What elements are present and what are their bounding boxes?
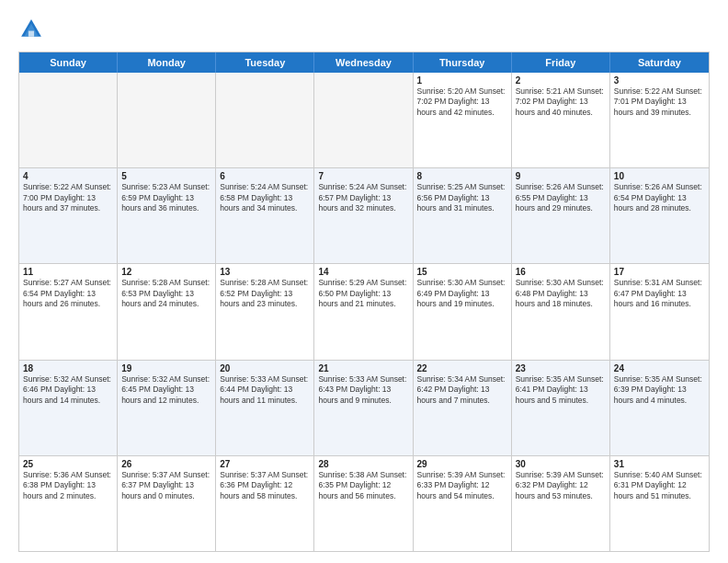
day-cell-9: 9Sunrise: 5:26 AM Sunset: 6:55 PM Daylig… bbox=[512, 168, 610, 263]
day-number: 23 bbox=[516, 363, 606, 373]
day-cell-22: 22Sunrise: 5:34 AM Sunset: 6:42 PM Dayli… bbox=[414, 361, 512, 455]
header-day-wednesday: Wednesday bbox=[314, 52, 413, 73]
day-number: 24 bbox=[614, 363, 705, 373]
day-number: 11 bbox=[23, 267, 113, 277]
day-number: 25 bbox=[23, 459, 113, 469]
day-cell-7: 7Sunrise: 5:24 AM Sunset: 6:57 PM Daylig… bbox=[314, 168, 413, 263]
day-cell-11: 11Sunrise: 5:27 AM Sunset: 6:54 PM Dayli… bbox=[19, 264, 118, 359]
day-info: Sunrise: 5:33 AM Sunset: 6:43 PM Dayligh… bbox=[318, 374, 408, 406]
day-info: Sunrise: 5:32 AM Sunset: 6:46 PM Dayligh… bbox=[23, 374, 113, 406]
day-cell-23: 23Sunrise: 5:35 AM Sunset: 6:41 PM Dayli… bbox=[512, 361, 610, 455]
empty-cell bbox=[314, 73, 413, 167]
day-number: 17 bbox=[614, 267, 705, 277]
day-info: Sunrise: 5:21 AM Sunset: 7:02 PM Dayligh… bbox=[516, 86, 606, 118]
day-info: Sunrise: 5:40 AM Sunset: 6:31 PM Dayligh… bbox=[614, 470, 705, 501]
day-cell-21: 21Sunrise: 5:33 AM Sunset: 6:43 PM Dayli… bbox=[314, 361, 413, 455]
header-day-saturday: Saturday bbox=[610, 52, 709, 73]
day-info: Sunrise: 5:32 AM Sunset: 6:45 PM Dayligh… bbox=[121, 374, 211, 406]
day-cell-6: 6Sunrise: 5:24 AM Sunset: 6:58 PM Daylig… bbox=[216, 168, 314, 263]
day-info: Sunrise: 5:20 AM Sunset: 7:02 PM Dayligh… bbox=[417, 86, 507, 118]
day-info: Sunrise: 5:27 AM Sunset: 6:54 PM Dayligh… bbox=[23, 278, 113, 309]
day-number: 28 bbox=[318, 459, 408, 469]
day-cell-13: 13Sunrise: 5:28 AM Sunset: 6:52 PM Dayli… bbox=[216, 264, 314, 359]
day-number: 16 bbox=[516, 267, 606, 277]
calendar-row-5: 25Sunrise: 5:36 AM Sunset: 6:38 PM Dayli… bbox=[19, 456, 709, 551]
logo-icon bbox=[18, 17, 44, 42]
day-cell-29: 29Sunrise: 5:39 AM Sunset: 6:33 PM Dayli… bbox=[414, 456, 512, 551]
day-cell-27: 27Sunrise: 5:37 AM Sunset: 6:36 PM Dayli… bbox=[216, 456, 314, 551]
day-info: Sunrise: 5:25 AM Sunset: 6:56 PM Dayligh… bbox=[417, 182, 507, 213]
day-cell-14: 14Sunrise: 5:29 AM Sunset: 6:50 PM Dayli… bbox=[314, 264, 413, 359]
day-cell-20: 20Sunrise: 5:33 AM Sunset: 6:44 PM Dayli… bbox=[216, 361, 314, 455]
day-cell-12: 12Sunrise: 5:28 AM Sunset: 6:53 PM Dayli… bbox=[118, 264, 216, 359]
day-info: Sunrise: 5:35 AM Sunset: 6:41 PM Dayligh… bbox=[516, 374, 606, 406]
day-info: Sunrise: 5:33 AM Sunset: 6:44 PM Dayligh… bbox=[220, 374, 310, 406]
day-number: 22 bbox=[417, 363, 507, 373]
day-cell-1: 1Sunrise: 5:20 AM Sunset: 7:02 PM Daylig… bbox=[414, 73, 512, 167]
svg-rect-2 bbox=[28, 31, 34, 37]
day-number: 7 bbox=[318, 171, 408, 181]
day-cell-4: 4Sunrise: 5:22 AM Sunset: 7:00 PM Daylig… bbox=[19, 168, 118, 263]
day-number: 8 bbox=[417, 171, 507, 181]
day-cell-17: 17Sunrise: 5:31 AM Sunset: 6:47 PM Dayli… bbox=[610, 264, 709, 359]
day-number: 5 bbox=[121, 171, 211, 181]
day-number: 29 bbox=[417, 459, 507, 469]
day-info: Sunrise: 5:30 AM Sunset: 6:48 PM Dayligh… bbox=[516, 278, 606, 309]
day-info: Sunrise: 5:28 AM Sunset: 6:52 PM Dayligh… bbox=[220, 278, 310, 309]
day-cell-3: 3Sunrise: 5:22 AM Sunset: 7:01 PM Daylig… bbox=[610, 73, 709, 167]
day-number: 13 bbox=[220, 267, 310, 277]
day-info: Sunrise: 5:23 AM Sunset: 6:59 PM Dayligh… bbox=[121, 182, 211, 213]
day-number: 2 bbox=[516, 75, 606, 86]
day-cell-25: 25Sunrise: 5:36 AM Sunset: 6:38 PM Dayli… bbox=[19, 456, 118, 551]
header-day-monday: Monday bbox=[118, 52, 216, 73]
day-number: 30 bbox=[516, 459, 606, 469]
day-number: 6 bbox=[220, 171, 310, 181]
day-info: Sunrise: 5:22 AM Sunset: 7:01 PM Dayligh… bbox=[614, 86, 705, 118]
day-info: Sunrise: 5:39 AM Sunset: 6:32 PM Dayligh… bbox=[516, 470, 606, 501]
page-header bbox=[18, 17, 710, 42]
day-number: 9 bbox=[516, 171, 606, 181]
day-info: Sunrise: 5:31 AM Sunset: 6:47 PM Dayligh… bbox=[614, 278, 705, 309]
day-cell-10: 10Sunrise: 5:26 AM Sunset: 6:54 PM Dayli… bbox=[610, 168, 709, 263]
day-number: 10 bbox=[614, 171, 705, 181]
day-info: Sunrise: 5:26 AM Sunset: 6:55 PM Dayligh… bbox=[516, 182, 606, 213]
day-number: 21 bbox=[318, 363, 408, 373]
day-cell-24: 24Sunrise: 5:35 AM Sunset: 6:39 PM Dayli… bbox=[610, 361, 709, 455]
empty-cell bbox=[118, 73, 216, 167]
calendar-row-2: 4Sunrise: 5:22 AM Sunset: 7:00 PM Daylig… bbox=[19, 168, 709, 264]
day-cell-31: 31Sunrise: 5:40 AM Sunset: 6:31 PM Dayli… bbox=[610, 456, 709, 551]
empty-cell bbox=[216, 73, 314, 167]
day-number: 14 bbox=[318, 267, 408, 277]
day-number: 27 bbox=[220, 459, 310, 469]
day-cell-5: 5Sunrise: 5:23 AM Sunset: 6:59 PM Daylig… bbox=[118, 168, 216, 263]
day-cell-30: 30Sunrise: 5:39 AM Sunset: 6:32 PM Dayli… bbox=[512, 456, 610, 551]
day-cell-28: 28Sunrise: 5:38 AM Sunset: 6:35 PM Dayli… bbox=[314, 456, 413, 551]
header-day-thursday: Thursday bbox=[414, 52, 512, 73]
day-number: 19 bbox=[121, 363, 211, 373]
logo bbox=[18, 17, 48, 42]
calendar-header: SundayMondayTuesdayWednesdayThursdayFrid… bbox=[19, 52, 709, 73]
day-cell-2: 2Sunrise: 5:21 AM Sunset: 7:02 PM Daylig… bbox=[512, 73, 610, 167]
day-number: 18 bbox=[23, 363, 113, 373]
day-info: Sunrise: 5:37 AM Sunset: 6:36 PM Dayligh… bbox=[220, 470, 310, 501]
day-number: 15 bbox=[417, 267, 507, 277]
day-info: Sunrise: 5:29 AM Sunset: 6:50 PM Dayligh… bbox=[318, 278, 408, 309]
day-cell-16: 16Sunrise: 5:30 AM Sunset: 6:48 PM Dayli… bbox=[512, 264, 610, 359]
header-day-sunday: Sunday bbox=[19, 52, 118, 73]
calendar-row-3: 11Sunrise: 5:27 AM Sunset: 6:54 PM Dayli… bbox=[19, 264, 709, 360]
day-number: 12 bbox=[121, 267, 211, 277]
day-info: Sunrise: 5:39 AM Sunset: 6:33 PM Dayligh… bbox=[417, 470, 507, 501]
day-cell-8: 8Sunrise: 5:25 AM Sunset: 6:56 PM Daylig… bbox=[414, 168, 512, 263]
day-cell-19: 19Sunrise: 5:32 AM Sunset: 6:45 PM Dayli… bbox=[118, 361, 216, 455]
day-info: Sunrise: 5:34 AM Sunset: 6:42 PM Dayligh… bbox=[417, 374, 507, 406]
calendar-row-1: 1Sunrise: 5:20 AM Sunset: 7:02 PM Daylig… bbox=[19, 73, 709, 168]
day-info: Sunrise: 5:37 AM Sunset: 6:37 PM Dayligh… bbox=[121, 470, 211, 501]
header-day-tuesday: Tuesday bbox=[216, 52, 314, 73]
day-info: Sunrise: 5:36 AM Sunset: 6:38 PM Dayligh… bbox=[23, 470, 113, 501]
calendar-body: 1Sunrise: 5:20 AM Sunset: 7:02 PM Daylig… bbox=[19, 73, 709, 551]
day-number: 1 bbox=[417, 75, 507, 86]
day-info: Sunrise: 5:38 AM Sunset: 6:35 PM Dayligh… bbox=[318, 470, 408, 501]
day-info: Sunrise: 5:24 AM Sunset: 6:58 PM Dayligh… bbox=[220, 182, 310, 213]
day-info: Sunrise: 5:35 AM Sunset: 6:39 PM Dayligh… bbox=[614, 374, 705, 406]
calendar-row-4: 18Sunrise: 5:32 AM Sunset: 6:46 PM Dayli… bbox=[19, 361, 709, 456]
